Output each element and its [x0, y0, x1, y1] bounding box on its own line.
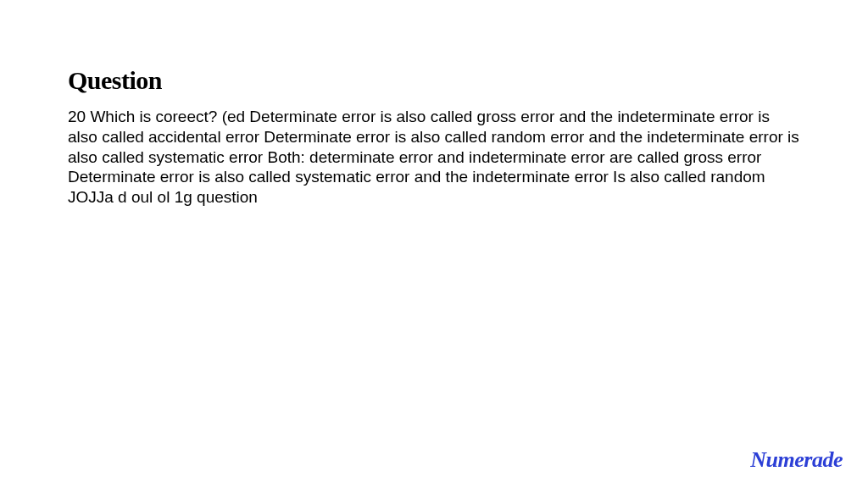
- question-content: Question 20 Which is coreect? (ed Determ…: [0, 0, 868, 208]
- numerade-logo: Numerade: [750, 447, 843, 473]
- question-heading: Question: [68, 66, 800, 95]
- question-body: 20 Which is coreect? (ed Determinate err…: [68, 107, 800, 208]
